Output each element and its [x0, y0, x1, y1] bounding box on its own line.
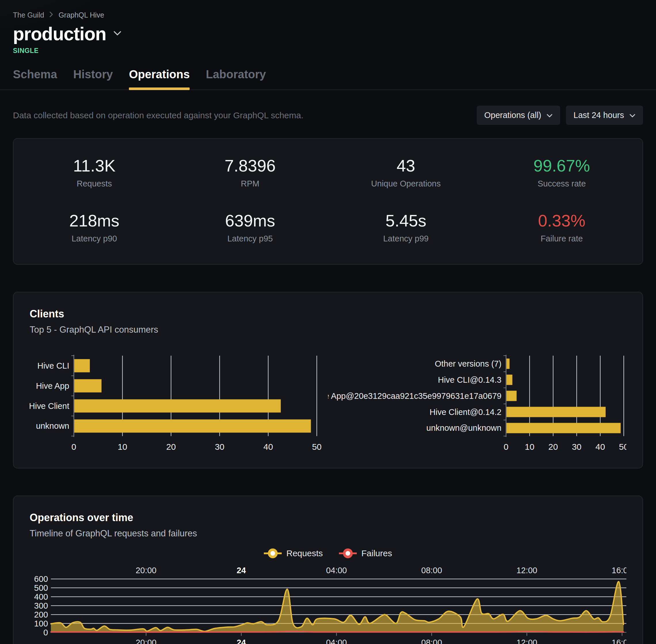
stat-label: Latency p90 — [16, 234, 172, 244]
stat-label: Failure rate — [484, 234, 640, 244]
toolbar: Data collected based on operation execut… — [13, 106, 643, 125]
breadcrumb-project-link[interactable]: GraphQL Hive — [58, 11, 104, 19]
svg-text:0: 0 — [71, 442, 76, 452]
svg-text:12:00: 12:00 — [516, 638, 537, 644]
operations-over-time-card: Operations over time Timeline of GraphQL… — [13, 496, 643, 644]
clients-by-version-chart: Other versions (7)Hive CLI@0.14.3Hive Ap… — [328, 354, 626, 452]
svg-text:10: 10 — [525, 442, 534, 452]
stat-value: 43 — [328, 157, 484, 175]
clients-card: Clients Top 5 - GraphQL API consumers Hi… — [13, 292, 643, 468]
svg-text:20: 20 — [166, 442, 176, 452]
svg-text:12:00: 12:00 — [516, 566, 537, 575]
svg-text:Hive Client@0.14.2: Hive Client@0.14.2 — [429, 408, 501, 417]
svg-text:30: 30 — [215, 442, 225, 452]
svg-text:20:00: 20:00 — [136, 566, 157, 575]
svg-text:100: 100 — [34, 619, 48, 628]
timeline-legend: Requests Failures — [30, 549, 626, 558]
svg-text:Hive App@20e3129caa921c35e9979: Hive App@20e3129caa921c35e9979631e17a067… — [328, 391, 501, 400]
svg-text:200: 200 — [34, 610, 48, 619]
operations-card-subtitle: Timeline of GraphQL requests and failure… — [30, 528, 626, 539]
stat-latency-p95: 639ms Latency p95 — [172, 212, 328, 244]
svg-text:24: 24 — [236, 566, 246, 575]
svg-text:Other versions (7): Other versions (7) — [435, 359, 501, 368]
chevron-down-icon — [546, 111, 553, 120]
page-title: production — [13, 24, 106, 44]
stat-label: Latency p95 — [172, 234, 328, 244]
stat-value: 639ms — [172, 212, 328, 230]
clients-charts: Hive CLIHive AppHive Clientunknown010203… — [30, 354, 626, 452]
stat-unique-operations: 43 Unique Operations — [328, 157, 484, 188]
stat-label: Success rate — [484, 179, 640, 188]
stat-latency-p90: 218ms Latency p90 — [16, 212, 172, 244]
svg-text:24: 24 — [236, 638, 246, 644]
svg-text:16:00: 16:00 — [612, 566, 626, 575]
svg-text:600: 600 — [34, 574, 48, 583]
svg-text:Hive Client: Hive Client — [30, 401, 69, 411]
svg-text:Hive CLI: Hive CLI — [38, 361, 69, 370]
svg-text:16:00: 16:00 — [612, 638, 626, 644]
svg-text:50: 50 — [312, 442, 321, 452]
stat-label: RPM — [172, 179, 328, 188]
stat-failure-rate: 0.33% Failure rate — [484, 212, 640, 244]
svg-text:300: 300 — [34, 601, 48, 610]
svg-text:40: 40 — [595, 442, 605, 452]
operations-filter-select[interactable]: Operations (all) — [477, 106, 560, 125]
tab-operations[interactable]: Operations — [129, 68, 190, 90]
stat-rpm: 7.8396 RPM — [172, 157, 328, 188]
stat-value: 11.3K — [16, 157, 172, 175]
svg-text:unknown@unknown: unknown@unknown — [426, 423, 501, 433]
stat-latency-p99: 5.45s Latency p99 — [328, 212, 484, 244]
stat-label: Unique Operations — [328, 179, 484, 188]
svg-text:unknown: unknown — [36, 421, 69, 431]
svg-text:20: 20 — [548, 442, 558, 452]
stats-summary-card: 11.3K Requests 7.8396 RPM 43 Unique Oper… — [13, 138, 643, 265]
tab-laboratory[interactable]: Laboratory — [206, 68, 266, 90]
breadcrumb-org-link[interactable]: The Guild — [13, 11, 44, 19]
stat-label: Requests — [16, 179, 172, 188]
legend-item-requests[interactable]: Requests — [264, 549, 323, 558]
svg-text:50: 50 — [619, 442, 626, 452]
period-filter-select[interactable]: Last 24 hours — [566, 106, 643, 125]
operations-timeline-chart: 010020030040050060020:0020:00242404:0004… — [30, 566, 626, 644]
toolbar-filters: Operations (all) Last 24 hours — [477, 106, 643, 125]
stat-value: 0.33% — [484, 212, 640, 230]
svg-text:0: 0 — [503, 442, 509, 452]
operations-card-title: Operations over time — [30, 512, 626, 524]
chevron-down-icon — [113, 30, 122, 38]
svg-text:08:00: 08:00 — [421, 638, 442, 644]
requests-legend-marker-icon — [264, 549, 282, 558]
operations-filter-label: Operations (all) — [484, 111, 541, 120]
operations-dashboard: The Guild GraphQL Hive production SINGLE… — [0, 0, 656, 644]
target-selector[interactable]: production — [13, 24, 122, 44]
stat-success-rate: 99.67% Success rate — [484, 157, 640, 188]
svg-text:0: 0 — [43, 628, 48, 637]
legend-label: Failures — [361, 549, 392, 558]
legend-label: Requests — [286, 549, 323, 558]
clients-card-subtitle: Top 5 - GraphQL API consumers — [30, 325, 626, 335]
tab-history[interactable]: History — [73, 68, 113, 90]
svg-text:40: 40 — [263, 442, 273, 452]
svg-text:04:00: 04:00 — [326, 566, 347, 575]
svg-text:500: 500 — [34, 583, 48, 592]
svg-text:10: 10 — [118, 442, 127, 452]
stat-value: 99.67% — [484, 157, 640, 175]
chevron-down-icon — [629, 111, 636, 120]
tab-bar: Schema History Operations Laboratory — [0, 68, 656, 90]
stat-value: 218ms — [16, 212, 172, 230]
clients-by-name-chart: Hive CLIHive AppHive Clientunknown010203… — [30, 354, 328, 452]
period-filter-label: Last 24 hours — [573, 111, 624, 120]
svg-text:Hive App: Hive App — [36, 381, 69, 390]
legend-item-failures[interactable]: Failures — [339, 549, 392, 558]
clients-card-title: Clients — [30, 308, 626, 320]
svg-text:30: 30 — [572, 442, 582, 452]
svg-text:04:00: 04:00 — [326, 638, 347, 644]
chevron-right-icon — [49, 11, 53, 19]
page-description: Data collected based on operation execut… — [13, 111, 304, 120]
stat-value: 7.8396 — [172, 157, 328, 175]
target-mode-badge: SINGLE — [13, 47, 643, 55]
tab-schema[interactable]: Schema — [13, 68, 57, 90]
stat-label: Latency p99 — [328, 234, 484, 244]
svg-text:Hive CLI@0.14.3: Hive CLI@0.14.3 — [438, 375, 501, 385]
breadcrumb: The Guild GraphQL Hive — [13, 8, 643, 19]
svg-text:08:00: 08:00 — [421, 566, 442, 575]
